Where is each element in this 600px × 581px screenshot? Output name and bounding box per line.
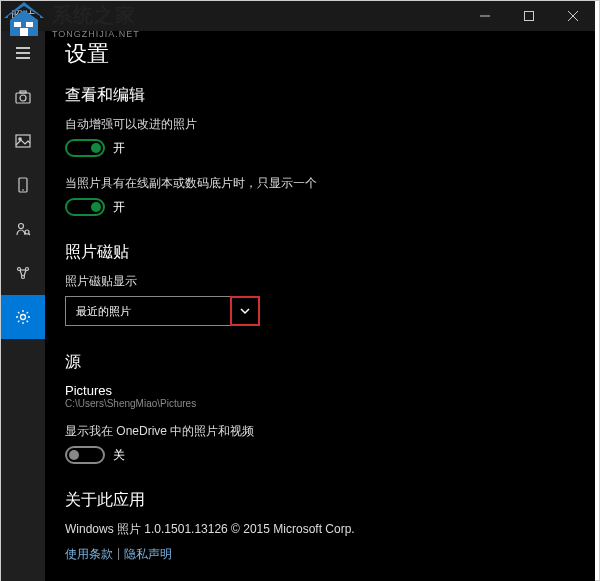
section-sources-title: 源 xyxy=(65,352,575,373)
tile-dropdown-label: 照片磁贴显示 xyxy=(65,273,575,290)
hamburger-menu-button[interactable] xyxy=(1,31,45,75)
svg-rect-1 xyxy=(525,12,534,21)
titlebar: 照片 xyxy=(1,1,595,31)
sidebar xyxy=(1,31,45,581)
folder-path: C:\Users\ShengMiao\Pictures xyxy=(65,398,575,409)
settings-icon[interactable] xyxy=(1,295,45,339)
dup-photos-label: 当照片具有在线副本或数码底片时，只显示一个 xyxy=(65,175,575,192)
phone-icon[interactable] xyxy=(1,163,45,207)
toggle-off-icon xyxy=(65,446,105,464)
auto-enhance-toggle[interactable]: 开 xyxy=(65,139,575,157)
svg-line-22 xyxy=(24,270,26,276)
image-icon[interactable] xyxy=(1,119,45,163)
window-title: 照片 xyxy=(11,8,35,25)
terms-link[interactable]: 使用条款 xyxy=(65,546,113,563)
toggle-state-text: 开 xyxy=(113,199,125,216)
toggle-state-text: 关 xyxy=(113,447,125,464)
svg-rect-9 xyxy=(20,91,26,93)
maximize-button[interactable] xyxy=(507,1,551,31)
camera-icon[interactable] xyxy=(1,75,45,119)
app-window: 照片 xyxy=(1,1,595,576)
section-about-title: 关于此应用 xyxy=(65,490,575,511)
page-title: 设置 xyxy=(65,39,575,69)
svg-point-14 xyxy=(19,224,24,229)
folder-title[interactable]: Pictures xyxy=(65,383,575,398)
svg-point-8 xyxy=(20,95,26,101)
svg-point-15 xyxy=(25,230,29,234)
svg-point-23 xyxy=(21,315,26,320)
settings-content[interactable]: 设置 查看和编辑 自动增强可以改进的照片 开 当照片具有在线副本或数码底片时，只… xyxy=(45,31,595,581)
onedrive-toggle[interactable]: 关 xyxy=(65,446,575,464)
person-search-icon[interactable] xyxy=(1,207,45,251)
window-controls xyxy=(463,1,595,31)
svg-line-21 xyxy=(20,270,22,276)
tile-dropdown-value: 最近的照片 xyxy=(76,304,131,319)
auto-enhance-label: 自动增强可以改进的照片 xyxy=(65,116,575,133)
about-version: Windows 照片 1.0.1501.13126 © 2015 Microso… xyxy=(65,521,575,538)
toggle-on-icon xyxy=(65,198,105,216)
close-button[interactable] xyxy=(551,1,595,31)
privacy-link[interactable]: 隐私声明 xyxy=(124,546,172,563)
svg-line-16 xyxy=(29,234,31,236)
section-view-edit-title: 查看和编辑 xyxy=(65,85,575,106)
section-tile-title: 照片磁贴 xyxy=(65,242,575,263)
graph-icon[interactable] xyxy=(1,251,45,295)
tile-dropdown[interactable]: 最近的照片 xyxy=(65,296,231,326)
minimize-button[interactable] xyxy=(463,1,507,31)
chevron-down-icon[interactable] xyxy=(230,296,260,326)
onedrive-label: 显示我在 OneDrive 中的照片和视频 xyxy=(65,423,575,440)
toggle-on-icon xyxy=(65,139,105,157)
toggle-state-text: 开 xyxy=(113,140,125,157)
dup-photos-toggle[interactable]: 开 xyxy=(65,198,575,216)
link-separator: | xyxy=(117,546,120,563)
